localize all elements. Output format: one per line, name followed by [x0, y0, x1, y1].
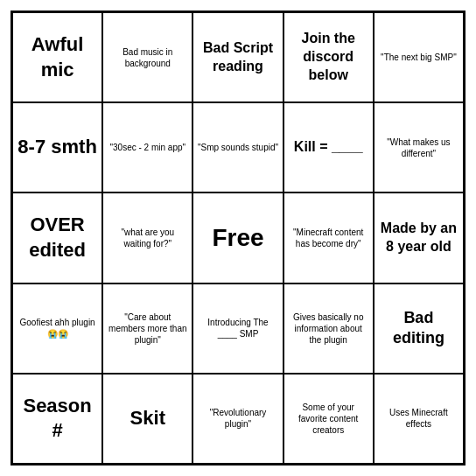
cell-text-r1c3: Kill = ____	[294, 138, 363, 157]
cell-text-r2c2: Free	[212, 222, 263, 254]
cell-text-r0c4: "The next big SMP"	[381, 52, 457, 63]
cell-r3c1: "Care about members more than plugin"	[102, 284, 192, 374]
cell-text-r2c4: Made by an 8 year old	[378, 220, 459, 256]
cell-text-r2c3: "Minecraft content has become dry"	[288, 227, 369, 249]
cell-r3c0: Goofiest ahh plugin 😭😭	[12, 284, 102, 374]
cell-text-r3c4: Bad editing	[378, 308, 459, 349]
cell-r4c3: Some of your favorite content creators	[284, 374, 374, 464]
cell-r3c3: Gives basically no information about the…	[284, 284, 374, 374]
cell-r0c2: Bad Script reading	[192, 12, 283, 102]
cell-text-r3c2: Introducing The ____ SMP	[197, 317, 278, 340]
cell-text-r0c0: Awful mic	[17, 32, 98, 82]
cell-r3c4: Bad editing	[374, 284, 464, 374]
cell-text-r4c0: Season #	[17, 394, 98, 444]
cell-r1c0: 8-7 smth	[12, 102, 102, 192]
cell-r2c0: OVER edited	[12, 192, 102, 283]
cell-text-r4c2: "Revolutionary plugin"	[197, 407, 278, 430]
cell-r2c1: "what are you waiting for?"	[102, 192, 192, 283]
cell-text-r3c3: Gives basically no information about the…	[288, 312, 369, 346]
cell-r1c3: Kill = ____	[284, 102, 374, 192]
cell-r4c1: Skit	[102, 374, 192, 464]
cell-text-r4c3: Some of your favorite content creators	[288, 402, 369, 436]
cell-text-r0c2: Bad Script reading	[197, 39, 278, 76]
cell-r2c4: Made by an 8 year old	[374, 192, 464, 283]
cell-r3c2: Introducing The ____ SMP	[192, 284, 283, 374]
bingo-board: Awful micBad music in backgroundBad Scri…	[10, 10, 466, 466]
cell-r0c0: Awful mic	[12, 12, 102, 102]
cell-text-r2c1: "what are you waiting for?"	[107, 227, 188, 249]
cell-text-r1c0: 8-7 smth	[18, 135, 96, 160]
cell-r0c4: "The next big SMP"	[374, 12, 464, 102]
cell-r1c2: "Smp sounds stupid"	[192, 102, 283, 192]
cell-text-r4c4: Uses Minecraft effects	[378, 407, 459, 430]
cell-r1c1: "30sec - 2 min app"	[102, 102, 192, 192]
cell-text-r3c1: "Care about members more than plugin"	[107, 312, 188, 346]
cell-r1c4: "What makes us different"	[374, 102, 464, 192]
cell-r2c3: "Minecraft content has become dry"	[284, 192, 374, 283]
cell-text-r3c0: Goofiest ahh plugin 😭😭	[17, 317, 98, 340]
cell-r4c0: Season #	[12, 374, 102, 464]
cell-r4c2: "Revolutionary plugin"	[192, 374, 283, 464]
cell-text-r1c4: "What makes us different"	[378, 136, 459, 159]
cell-text-r2c0: OVER edited	[17, 213, 98, 262]
cell-r0c1: Bad music in background	[102, 12, 192, 102]
cell-text-r4c1: Skit	[130, 406, 165, 431]
cell-r2c2: Free	[192, 192, 283, 283]
cell-text-r0c1: Bad music in background	[107, 46, 188, 69]
cell-r0c3: Join the discord below	[284, 12, 374, 102]
cell-text-r1c2: "Smp sounds stupid"	[198, 142, 278, 153]
cell-text-r1c1: "30sec - 2 min app"	[109, 142, 186, 153]
cell-text-r0c3: Join the discord below	[288, 30, 369, 84]
cell-r4c4: Uses Minecraft effects	[374, 374, 464, 464]
